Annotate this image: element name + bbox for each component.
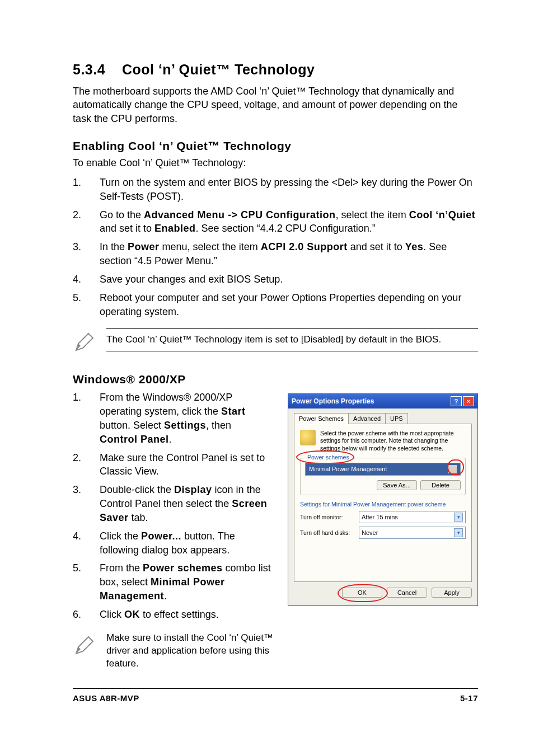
dialog-title: Power Options Properties [292, 397, 374, 405]
power-options-dialog: Power Options Properties ? × Power Schem… [288, 393, 478, 605]
turn-off-monitor-select[interactable]: After 15 mins ▾ [359, 511, 466, 523]
step-number: 5. [73, 291, 100, 319]
step-body: Reboot your computer and set your Power … [100, 291, 478, 319]
list-item: 1. From the Windows® 2000/XP operating s… [73, 391, 277, 446]
power-schemes-groupbox: Power schemes Minimal Power Management [300, 458, 466, 495]
tab-power-schemes[interactable]: Power Schemes [294, 413, 349, 424]
list-item: 5. From the Power schemes combo list box… [73, 561, 277, 603]
section-heading: 5.3.4 Cool ‘n’ Quiet™ Technology [73, 62, 478, 78]
page: 5.3.4 Cool ‘n’ Quiet™ Technology The mot… [0, 0, 534, 756]
two-column-layout: 1. From the Windows® 2000/XP operating s… [73, 391, 478, 670]
tab-advanced[interactable]: Advanced [348, 413, 386, 424]
windows-steps: 1. From the Windows® 2000/XP operating s… [73, 391, 277, 621]
chevron-down-icon: ▾ [454, 528, 463, 537]
cancel-button[interactable]: Cancel [387, 588, 427, 598]
apply-button[interactable]: Apply [432, 588, 472, 598]
step-number: 6. [73, 608, 100, 622]
turn-off-hd-row: Turn off hard disks: Never ▾ [300, 527, 466, 539]
step-body: Save your changes and exit BIOS Setup. [100, 273, 478, 287]
save-as-button[interactable]: Save As... [377, 480, 417, 490]
turn-off-hd-label: Turn off hard disks: [300, 529, 353, 536]
ok-button[interactable]: OK [342, 588, 382, 598]
step-body: From the Windows® 2000/XP operating syst… [100, 391, 277, 446]
turn-off-monitor-row: Turn off monitor: After 15 mins ▾ [300, 511, 466, 523]
list-item: 2. Make sure the Control Panel is set to… [73, 451, 277, 479]
section-title: Cool ‘n’ Quiet™ Technology [122, 62, 315, 77]
left-column: 1. From the Windows® 2000/XP operating s… [73, 391, 277, 670]
select-value: After 15 mins [362, 514, 398, 520]
pencil-icon [73, 632, 106, 659]
step-body: From the Power schemes combo list box, s… [100, 561, 277, 603]
power-scheme-combo[interactable]: Minimal Power Management [305, 463, 461, 476]
note-block: Make sure to install the Cool ‘n’ Quiet™… [73, 632, 277, 670]
step-body: Click OK to effect settings. [100, 608, 277, 622]
right-column: Power Options Properties ? × Power Schem… [288, 391, 478, 670]
footer-right: 5-17 [460, 693, 478, 703]
help-button[interactable]: ? [451, 396, 462, 406]
chevron-down-icon: ▾ [454, 513, 463, 522]
turn-off-monitor-label: Turn off monitor: [300, 514, 353, 520]
step-body: Click the Power... button. The following… [100, 529, 277, 557]
groupbox-legend: Power schemes [305, 454, 352, 461]
footer-left: ASUS A8R-MVP [73, 693, 139, 703]
tabs: Power Schemes Advanced UPS [294, 413, 472, 424]
step-number: 4. [73, 529, 100, 557]
dialog-description: Select the power scheme with the most ap… [320, 430, 466, 452]
windows-heading: Windows® 2000/XP [73, 373, 478, 386]
step-number: 2. [73, 208, 100, 236]
chevron-down-icon [448, 465, 457, 473]
enable-lead: To enable Cool ‘n’ Quiet™ Technology: [73, 157, 478, 169]
page-footer: ASUS A8R-MVP 5-17 [73, 688, 478, 703]
step-number: 1. [73, 176, 100, 204]
tab-panel: Select the power scheme with the most ap… [294, 424, 472, 581]
enable-heading: Enabling Cool ‘n’ Quiet™ Technology [73, 139, 478, 153]
dialog-titlebar: Power Options Properties ? × [288, 394, 477, 408]
step-body: Double-click the Display icon in the Con… [100, 483, 277, 524]
step-number: 1. [73, 391, 100, 446]
list-item: 1. Turn on the system and enter BIOS by … [73, 176, 478, 204]
settings-title: Settings for Minimal Power Management po… [300, 501, 466, 508]
step-body: Turn on the system and enter BIOS by pre… [100, 176, 478, 204]
battery-icon [300, 430, 316, 445]
list-item: 5. Reboot your computer and set your Pow… [73, 291, 478, 319]
dialog-button-row: OK Cancel Apply [294, 585, 472, 600]
tab-ups[interactable]: UPS [385, 413, 408, 424]
step-number: 5. [73, 561, 100, 603]
note-text: The Cool ‘n’ Quiet™ Technology item is s… [106, 328, 478, 351]
delete-button[interactable]: Delete [420, 480, 461, 490]
list-item: 3. Double-click the Display icon in the … [73, 483, 277, 524]
step-number: 3. [73, 240, 100, 268]
list-item: 2. Go to the Advanced Menu -> CPU Config… [73, 208, 478, 236]
step-number: 3. [73, 483, 100, 524]
list-item: 4. Click the Power... button. The follow… [73, 529, 277, 557]
list-item: 4. Save your changes and exit BIOS Setup… [73, 273, 478, 287]
select-value: Never [362, 529, 378, 536]
step-body: Make sure the Control Panel is set to Cl… [100, 451, 277, 479]
step-number: 4. [73, 273, 100, 287]
section-number: 5.3.4 [73, 62, 105, 77]
close-button[interactable]: × [463, 396, 474, 406]
pencil-icon [73, 328, 106, 356]
note-text: Make sure to install the Cool ‘n’ Quiet™… [106, 632, 277, 670]
section-intro: The motherboard supports the AMD Cool ‘n… [73, 84, 478, 125]
dialog-body: Power Schemes Advanced UPS Select the po… [288, 408, 477, 605]
step-body: Go to the Advanced Menu -> CPU Configura… [100, 208, 478, 236]
step-number: 2. [73, 451, 100, 479]
enable-steps: 1. Turn on the system and enter BIOS by … [73, 176, 478, 318]
step-body: In the Power menu, select the item ACPI … [100, 240, 478, 268]
note-block: The Cool ‘n’ Quiet™ Technology item is s… [73, 328, 478, 356]
list-item: 3. In the Power menu, select the item AC… [73, 240, 478, 268]
list-item: 6. Click OK to effect settings. [73, 608, 277, 622]
combo-value: Minimal Power Management [309, 466, 387, 472]
turn-off-hd-select[interactable]: Never ▾ [359, 527, 466, 539]
